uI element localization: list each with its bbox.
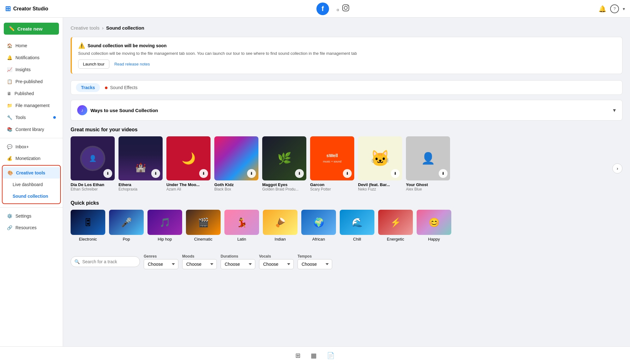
sidebar-item-label: Monetization (15, 156, 40, 161)
grid-view-icon[interactable]: ⊞ (295, 352, 301, 359)
sidebar-item-notifications[interactable]: 🔔 Notifications (2, 52, 61, 63)
sidebar-item-label: Notifications (15, 55, 39, 60)
sidebar-item-resources[interactable]: 🔗 Resources (2, 222, 61, 233)
sidebar-item-home[interactable]: 🏠 Home (2, 40, 61, 51)
tempos-select[interactable]: Choose (298, 259, 332, 269)
music-card[interactable]: 🌙 ⬇ Under The Moo... Azam Ali (166, 136, 211, 191)
music-play-icon[interactable]: ⬇ (103, 169, 112, 178)
qp-thumbnail: 🌍 (301, 210, 336, 235)
great-music-section: Great music for your videos 👤 ⬇ Dia De L… (71, 127, 622, 200)
main-content: Creative tools › Sound collection ⚠️ Sou… (63, 18, 630, 346)
qp-thumbnail: 🎬 (186, 210, 221, 235)
music-play-icon[interactable]: ⬇ (343, 169, 352, 178)
tab-sound-effects[interactable]: Sound Effects (100, 83, 142, 92)
creative-tools-label: Creative tools (16, 170, 45, 175)
sidebar-item-insights[interactable]: 📈 Insights (2, 64, 61, 75)
music-card[interactable]: sWellmusic + sound ⬇ Garcon Scary Potter (310, 136, 354, 191)
music-artist: Neko Fuzz (358, 187, 402, 191)
vocals-label: Vocals (259, 254, 294, 259)
vocals-select[interactable]: Choose (259, 259, 294, 269)
alert-title-text: Sound collection will be moving soon (88, 43, 166, 48)
launch-tour-button[interactable]: Launch tour (78, 60, 109, 69)
quick-picks-title: Quick picks (71, 200, 622, 206)
ways-section[interactable]: ♪ Ways to use Sound Collection ▾ (71, 100, 622, 121)
grid-icon: ⊞ (5, 5, 11, 13)
music-card[interactable]: 👤 ⬇ Dia De Los Ethan Ethan Schreiber (71, 136, 115, 191)
qp-card-cinematic[interactable]: 🎬 Cinematic (186, 210, 221, 242)
qp-card-indian[interactable]: 🪘 Indian (263, 210, 298, 242)
sidebar-item-pre-published[interactable]: 📋 Pre-published (2, 76, 61, 87)
content-library-icon: 📚 (7, 127, 12, 132)
qp-label: Pop (109, 237, 144, 242)
creative-tools-icon: 🎨 (8, 170, 13, 175)
music-play-icon[interactable]: ⬇ (391, 169, 400, 178)
moods-select[interactable]: Choose (182, 259, 217, 269)
bell-icon[interactable]: 🔔 (598, 5, 606, 13)
scroll-right-arrow[interactable]: › (612, 163, 622, 173)
create-new-button[interactable]: ✏️ Create new (4, 23, 59, 35)
qp-card-african[interactable]: 🌍 African (301, 210, 336, 242)
music-card[interactable]: 🏰 ⬇ Ethera Echopraxia (118, 136, 163, 191)
qp-card-latin[interactable]: 💃 Latin (224, 210, 259, 242)
tabs-row: Tracks Sound Effects (71, 80, 622, 95)
durations-select[interactable]: Choose (221, 259, 255, 269)
music-name: Your Ghost (406, 182, 450, 187)
sidebar-item-content-library[interactable]: 📚 Content library (2, 124, 61, 135)
music-card[interactable]: 🌿 ⬇ Maggot Eyes Golden Braid Produ... (262, 136, 306, 191)
sidebar-item-settings[interactable]: ⚙️ Settings (2, 210, 61, 222)
sidebar-item-monetization[interactable]: 💰 Monetization (2, 153, 61, 164)
sidebar-item-sound-collection[interactable]: Sound collection (3, 191, 60, 202)
qp-label: Cinematic (186, 237, 221, 242)
instagram-icon[interactable]: ▫ (337, 3, 350, 14)
account-chevron-icon[interactable]: ▾ (623, 6, 625, 11)
music-play-icon[interactable]: ⬇ (151, 169, 160, 178)
facebook-icon[interactable]: f (316, 3, 329, 15)
search-input[interactable] (71, 256, 140, 267)
qp-thumbnail: 😊 (417, 210, 451, 235)
qp-card-hiphop[interactable]: 🎵 Hip hop (147, 210, 182, 242)
qp-card-pop[interactable]: 🎤 Pop (109, 210, 144, 242)
sidebar-item-inbox[interactable]: 💬 Inbox+ (2, 141, 61, 152)
sidebar-item-file-management[interactable]: 📁 File management (2, 100, 61, 111)
tab-tracks[interactable]: Tracks (76, 83, 100, 92)
help-icon[interactable]: ? (610, 4, 619, 13)
breadcrumb-separator: › (102, 25, 104, 31)
home-icon: 🏠 (7, 43, 12, 48)
qp-card-chill[interactable]: 🌊 Chill (340, 210, 374, 242)
sidebar-item-label: Published (14, 91, 34, 96)
file-management-icon: 📁 (7, 103, 12, 108)
great-music-title: Great music for your videos (71, 127, 622, 133)
music-card[interactable]: 🐱 ⬇ Devil (feat. Bar... Neko Fuzz (358, 136, 402, 191)
qp-label: Latin (224, 237, 259, 242)
qp-card-electronic[interactable]: 🎛 Electronic (71, 210, 105, 242)
qp-thumbnail: 🌊 (340, 210, 374, 235)
music-play-icon[interactable]: ⬇ (199, 169, 208, 178)
sidebar-item-tools[interactable]: 🔧 Tools (2, 112, 61, 123)
music-card[interactable]: ⬇ Goth Kidz Black Box (214, 136, 258, 191)
music-card[interactable]: 👤 ⬇ Your Ghost Alex Blue (406, 136, 450, 191)
read-release-notes-link[interactable]: Read release notes (114, 62, 150, 66)
qp-card-energetic[interactable]: ⚡ Energetic (378, 210, 413, 242)
genres-select[interactable]: Choose (144, 259, 178, 269)
music-play-icon[interactable]: ⬇ (295, 169, 304, 178)
music-thumbnail: 🌿 ⬇ (262, 136, 306, 180)
music-artist: Azam Ali (166, 187, 211, 191)
music-name: Dia De Los Ethan (71, 182, 115, 187)
qp-card-happy[interactable]: 😊 Happy (417, 210, 451, 242)
music-thumbnail: 👤 ⬇ (71, 136, 115, 180)
insights-icon: 📈 (7, 67, 12, 72)
sidebar-item-live-dashboard[interactable]: Live dashboard (3, 179, 60, 190)
sidebar-item-label: File management (15, 103, 49, 108)
alert-title: ⚠️ Sound collection will be moving soon (78, 42, 616, 49)
breadcrumb: Creative tools › Sound collection (71, 25, 622, 31)
music-play-icon[interactable]: ⬇ (247, 169, 256, 178)
sidebar-item-published[interactable]: 🖥 Published (2, 88, 61, 99)
sidebar-item-creative-tools[interactable]: 🎨 Creative tools (3, 167, 60, 179)
music-play-icon[interactable]: ⬇ (439, 169, 448, 178)
table-view-icon[interactable]: ▦ (311, 352, 317, 359)
list-view-icon[interactable]: 📄 (327, 352, 335, 359)
pre-published-icon: 📋 (7, 79, 12, 84)
music-thumbnail: sWellmusic + sound ⬇ (310, 136, 354, 180)
sidebar-item-label: Settings (15, 213, 32, 219)
notifications-icon: 🔔 (7, 55, 12, 60)
